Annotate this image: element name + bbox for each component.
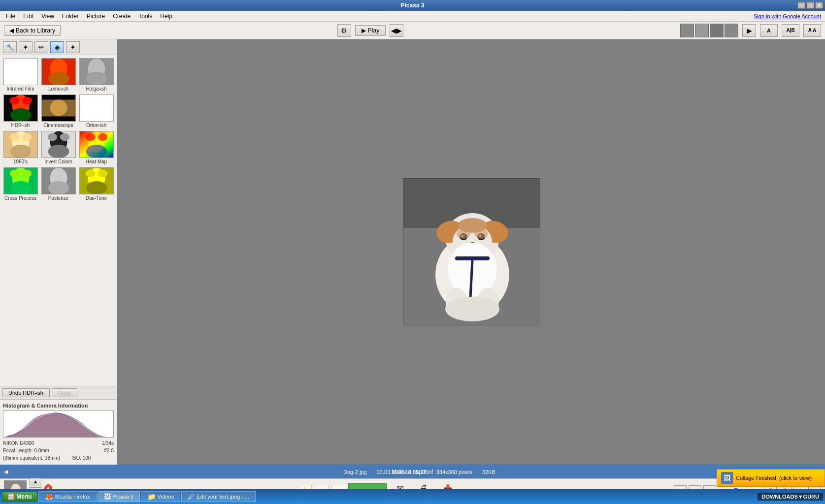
effect-infrared-film-thumb [3, 58, 38, 85]
firefox-icon: 🦊 [45, 493, 53, 501]
caption-text[interactable]: Make a caption! [392, 469, 433, 475]
taskbar-picasa[interactable]: 🖼 Picasa 3 [98, 491, 140, 502]
effect-cross-process-label: Cross Process [4, 195, 36, 201]
effect-hdr-ish-thumb [3, 94, 38, 122]
undo-button[interactable]: Undo HDR-ish [2, 388, 50, 397]
maximize-button[interactable]: □ [806, 2, 814, 9]
start-label: Menu [16, 493, 32, 500]
pencil-icon: ✏ [38, 43, 44, 51]
effect-heat-map-thumb [79, 131, 114, 158]
next-icon: ▶ [747, 27, 752, 34]
effect-hdr-ish-label: HDR-ish [11, 123, 30, 128]
histogram-chart [3, 410, 114, 438]
scroll-left[interactable]: ◀ [4, 469, 8, 475]
svg-rect-19 [42, 117, 75, 122]
menu-create[interactable]: Create [109, 12, 134, 21]
effect-1960s[interactable]: 1960's [2, 130, 39, 165]
thumb-2[interactable] [695, 24, 709, 37]
effect-invert-colors[interactable]: Invert Colors [40, 130, 77, 165]
app-title: Picasa 3 [400, 2, 424, 9]
close-button[interactable]: ✕ [815, 2, 823, 9]
menu-edit[interactable]: Edit [19, 12, 37, 21]
back-to-library-button[interactable]: ◀ Back to Library [4, 25, 61, 36]
more-tool[interactable]: ✦ [66, 41, 80, 53]
svg-point-20 [50, 100, 67, 116]
text-aa-button[interactable]: A A [803, 24, 821, 37]
taskbar-videos[interactable]: 📁 Videos [141, 491, 180, 502]
shutter-speed: 1/34s [102, 440, 114, 447]
effect-heat-map[interactable]: Heat Map [78, 130, 115, 165]
svg-point-15 [22, 97, 31, 105]
svg-point-26 [9, 133, 19, 141]
play-button[interactable]: ▶ Play [355, 25, 386, 36]
menu-help[interactable]: Help [156, 12, 176, 21]
upload-button[interactable]: ▲ [30, 477, 41, 486]
tune-icon: ✦ [23, 43, 29, 51]
svg-point-42 [22, 170, 31, 178]
effects-tool[interactable]: ◈ [50, 41, 64, 53]
svg-point-27 [22, 133, 31, 141]
sign-in-link[interactable]: Sign in with Google Account [754, 13, 821, 19]
effect-cross-process[interactable]: Cross Process [2, 166, 39, 202]
svg-point-7 [48, 72, 69, 85]
play-icon: ▶ [362, 27, 366, 34]
menu-picture[interactable]: Picture [83, 12, 109, 21]
notification-popup[interactable]: 🖼 Collage Finished! (click to view) [717, 469, 825, 487]
videos-icon: 📁 [147, 493, 156, 501]
thumb-3[interactable] [710, 24, 724, 37]
effect-hdr-ish[interactable]: HDR-ish [2, 94, 39, 129]
photo-display [403, 178, 540, 326]
svg-point-49 [85, 170, 95, 178]
camera-info: NIKON E4300 1/34s Focal Length: 8.0mm f/… [3, 440, 114, 462]
effect-orton-ish[interactable]: Orton-ish [78, 94, 115, 129]
slideshow-settings-button[interactable]: ⚙ [337, 24, 351, 37]
effect-cinemascope-label: Cinemascope [43, 123, 73, 128]
svg-point-46 [48, 181, 69, 194]
taskbar-firefox[interactable]: 🦊 Mozilla Firefox [38, 491, 97, 502]
histogram-title: Histogram & Camera Information [3, 403, 114, 409]
aperture: f/2.8 [104, 447, 114, 454]
svg-rect-18 [42, 95, 75, 100]
effect-invert-colors-label: Invert Colors [44, 159, 72, 164]
menu-file[interactable]: File [2, 12, 19, 21]
effect-duo-tone[interactable]: Duo-Tone [78, 166, 115, 202]
downloads-watermark: DOWNLOADS▼GURU [758, 493, 823, 501]
canvas-area [117, 39, 825, 465]
effect-infrared-film-label: Infrared Film [6, 86, 34, 92]
equiv-focal: (35mm equivalent: 38mm) [3, 455, 60, 461]
picasa-label: Picasa 3 [113, 494, 133, 500]
svg-point-37 [98, 133, 107, 141]
effect-invert-colors-thumb [41, 131, 76, 158]
basic-fixes-tool[interactable]: 🔧 [3, 41, 17, 53]
status-dimensions: 334x360 pixels [436, 469, 472, 475]
menu-view[interactable]: View [37, 12, 58, 21]
text-ab-button[interactable]: A|B [782, 24, 799, 37]
pencil-tool[interactable]: ✏ [34, 41, 48, 53]
menu-bar: File Edit View Folder Picture Create Too… [0, 11, 825, 22]
effect-infrared-film[interactable]: Infrared Film [2, 57, 39, 93]
thumb-4[interactable] [725, 24, 738, 37]
status-filename: Dog-2.jpg [343, 469, 367, 475]
prev-button[interactable]: ◀▶ [390, 24, 403, 37]
taskbar-edit-text[interactable]: 🖊 Edit your text.jpeg - ... [181, 491, 256, 502]
svg-point-41 [9, 170, 19, 178]
title-bar: Picasa 3 ─ □ ✕ [0, 0, 825, 11]
thumb-1[interactable] [680, 24, 694, 37]
effect-posterize-thumb [41, 167, 76, 194]
menu-tools[interactable]: Tools [134, 12, 156, 21]
redo-button[interactable]: Redo [52, 388, 77, 397]
effect-cinemascope[interactable]: Cinemascope [40, 94, 77, 129]
start-menu-button[interactable]: 🪟 Menu [2, 492, 37, 502]
minimize-button[interactable]: ─ [797, 2, 805, 9]
next-thumb-button[interactable]: ▶ [742, 24, 756, 37]
left-panel: 🔧 ✦ ✏ ◈ ✦ [0, 39, 117, 465]
effect-holga-ish[interactable]: Holga-ish [78, 57, 115, 93]
effect-posterize[interactable]: Posterize [40, 166, 77, 202]
tuning-tool[interactable]: ✦ [19, 41, 33, 53]
menu-folder[interactable]: Folder [58, 12, 83, 21]
histogram-section: Histogram & Camera Information NIKON E43… [0, 400, 117, 465]
effect-lomo-ish[interactable]: Lomo-ish [40, 57, 77, 93]
back-arrow-icon: ◀ [9, 27, 14, 34]
effect-cinemascope-thumb [41, 94, 76, 122]
text-a-button[interactable]: A [760, 24, 778, 37]
